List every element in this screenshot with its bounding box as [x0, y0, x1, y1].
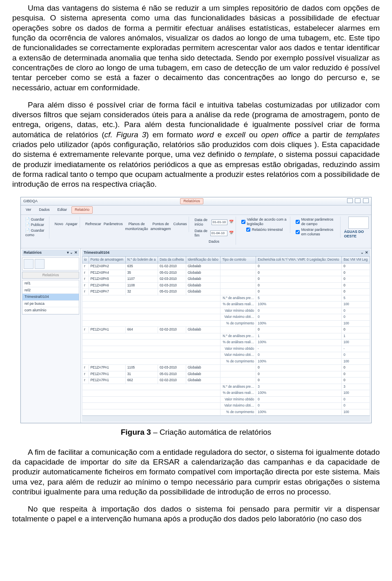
- list-item[interactable]: rel pe busca: [22, 301, 79, 308]
- chk-mostrar-col[interactable]: [296, 230, 300, 234]
- calendar-icon[interactable]: 📅: [229, 220, 234, 225]
- body-paragraph: Uma das vantagens do sistema é não se re…: [12, 3, 380, 93]
- summary-row: Valor mínimo obtido--: [82, 346, 370, 352]
- sidebar-tool-2[interactable]: [35, 259, 45, 269]
- pontos-button[interactable]: Pontos de amostragem: [150, 217, 171, 232]
- text-italic: templates: [346, 130, 380, 139]
- summary-row: N.º de análises pre…11: [82, 333, 370, 340]
- calendar-icon[interactable]: 📅: [229, 231, 234, 236]
- summary-row: % de análises reali…100%100: [82, 340, 370, 346]
- brand-logo: ÁGUAS DO OESTE: [344, 217, 369, 239]
- sidebar-list: rel1 rel2 Trimestral0104 rel pe busca co…: [22, 280, 79, 315]
- menu-relatorio[interactable]: Relatório: [71, 206, 93, 214]
- menu-ver[interactable]: Ver: [22, 206, 35, 214]
- text-italic: template: [244, 150, 274, 159]
- chk-label: Mostrar parâmetros de campo: [301, 217, 339, 227]
- summary-row: N.º de análises pre…33: [82, 384, 370, 390]
- report-table[interactable]: ioPonto de amostragemN.º do boletim de a…: [82, 256, 370, 416]
- chk-rel-trim[interactable]: [246, 228, 250, 232]
- minimize-button[interactable]: [347, 198, 353, 203]
- novo-button[interactable]: Novo: [55, 217, 63, 227]
- col-header[interactable]: Ponto de amostragem: [89, 256, 125, 264]
- summary-row: % de cumprimento100%100: [82, 358, 370, 365]
- table-row[interactable]: rPE1ZA0PA5110702-03-2010Globalab00: [82, 276, 370, 283]
- col-header[interactable]: io: [82, 256, 89, 264]
- sidebar: Relatórios▾ ⌄ ✕ Relatórios rel1 rel2 Tri…: [21, 248, 81, 423]
- summary-row: Valor máximo obti…00: [82, 314, 370, 321]
- table-row[interactable]: rPE1ZA1PA166402-02-2010Globalab00: [82, 327, 370, 333]
- text-run: a partir de: [301, 130, 346, 139]
- grid-title-bar: Trimestral0104⌄ ✕: [82, 250, 370, 256]
- date-start-input[interactable]: 01-01-10: [212, 219, 227, 225]
- ribbon-group-options-2: Mostrar parâmetros de campo Mostrar parâ…: [294, 217, 341, 238]
- col-header[interactable]: Data da colheita: [158, 256, 186, 264]
- table-row[interactable]: rPE1ZA7PA1110502-03-2010Globalab00: [82, 365, 370, 371]
- table-row[interactable]: rPE1ZA0PA73205-01-2010Globalab00: [82, 289, 370, 295]
- sidebar-title: Relatórios▾ ⌄ ✕: [22, 250, 79, 256]
- chk-label: Relatório trimestral: [252, 228, 283, 232]
- pin-icon[interactable]: ▾ ⌄ ✕: [67, 250, 78, 255]
- guardar-button[interactable]: 📄 Guardar: [25, 217, 47, 222]
- guardar-como-button[interactable]: 📄 Guardar como: [25, 228, 47, 238]
- col-header[interactable]: Tipo de controlo: [220, 256, 256, 264]
- chk-validar[interactable]: [241, 220, 245, 224]
- text-italic: excell: [225, 130, 245, 139]
- refrescar-button[interactable]: Refrescar: [85, 217, 101, 232]
- sidebar-tool-1[interactable]: [24, 259, 33, 269]
- publicar-button[interactable]: 📄 Publicar: [25, 223, 47, 228]
- date-end-label: Data de fim: [194, 229, 208, 238]
- table-row[interactable]: rPE1ZA0PA43505-01-2010Globalab00: [82, 270, 370, 276]
- summary-row: Valor máximo obti…00: [82, 352, 370, 359]
- menu-dados[interactable]: Dados: [36, 206, 53, 214]
- chk-label: Mostrar parâmetros em colunas: [301, 228, 339, 237]
- summary-row: % de análises reali…100%100: [82, 390, 370, 397]
- text-run: ) em formato: [146, 130, 197, 139]
- list-item[interactable]: rel2: [22, 287, 79, 294]
- ribbon-group-options: Validar de acordo com a legislação Relat…: [239, 217, 290, 233]
- window-controls: [346, 198, 369, 205]
- close-button[interactable]: [363, 198, 369, 203]
- chk-label: Validar de acordo com a legislação: [247, 217, 288, 227]
- app-window: GIBDQA Relatórios Ver Dados Editar Relat…: [20, 197, 372, 424]
- summary-row: % de cumprimento100%100: [82, 409, 370, 416]
- parametros-button[interactable]: Parâmetros: [104, 217, 123, 232]
- ribbon: 📄 Guardar 📄 Publicar 📄 Guardar como Novo…: [21, 215, 371, 249]
- list-item[interactable]: com alumínio: [22, 307, 79, 314]
- colunas-button[interactable]: Colunas: [173, 217, 187, 232]
- pin-icon[interactable]: ⌄ ✕: [361, 250, 368, 255]
- date-end-input[interactable]: 01-04-10: [210, 230, 227, 236]
- table-row[interactable]: rPE1ZA0PA263501-02-2010Globalab00: [82, 264, 370, 270]
- list-item-selected[interactable]: Trimestral0104: [22, 294, 79, 301]
- table-row[interactable]: rPE1ZA7PA13105-01-2010Globalab00: [82, 371, 370, 378]
- body-paragraph: No que respeita à importação dos dados o…: [12, 504, 380, 524]
- chk-mostrar-campo[interactable]: [296, 220, 300, 224]
- menu-bar: Ver Dados Editar Relatório: [21, 206, 371, 215]
- logo-text: ÁGUAS DO OESTE: [344, 230, 369, 239]
- sidebar-filter-input[interactable]: Relatórios: [22, 272, 79, 279]
- summary-row: Valor mínimo obtido00: [82, 396, 370, 403]
- col-header[interactable]: Escherichia coli N.º/ VMA: VMR: 0 Legisl…: [256, 256, 342, 264]
- content-area: Relatórios▾ ⌄ ✕ Relatórios rel1 rel2 Tri…: [21, 248, 371, 423]
- col-header[interactable]: Bac VM VM Leg: [342, 256, 370, 264]
- list-item[interactable]: rel1: [22, 280, 79, 287]
- figure-3: GIBDQA Relatórios Ver Dados Editar Relat…: [12, 197, 380, 424]
- col-header[interactable]: N.º do boletim de a: [125, 256, 158, 264]
- body-paragraph: A fim de facilitar a comunicação com a e…: [12, 447, 380, 497]
- date-start-label: Data de início: [194, 218, 209, 227]
- text-italic: word: [197, 130, 214, 139]
- menu-editar[interactable]: Editar: [54, 206, 71, 214]
- caption-text: – Criação automática de relatórios: [151, 428, 272, 436]
- table-row[interactable]: rPE1ZA7PA166202-02-2010Globalab00: [82, 378, 370, 384]
- planos-button[interactable]: Planos de monitorização: [125, 217, 148, 232]
- maximize-button[interactable]: [355, 198, 361, 203]
- table-row[interactable]: rPE1ZA0PA6110802-03-2010Globalab00: [82, 282, 370, 289]
- active-tab-chip[interactable]: Relatórios: [180, 198, 203, 205]
- ribbon-group-view: Refrescar Parâmetros Planos de monitoriz…: [83, 217, 189, 232]
- text-italic: open office: [261, 130, 301, 139]
- horizontal-scrollbar[interactable]: [82, 416, 370, 422]
- title-bar: GIBDQA Relatórios: [21, 197, 371, 206]
- summary-row: % de cumprimento100%100: [82, 320, 370, 327]
- col-header[interactable]: Identificação do labo: [186, 256, 220, 264]
- apagar-button[interactable]: Apagar: [66, 217, 78, 227]
- figure-caption: Figura 3 – Criação automática de relatór…: [12, 427, 380, 437]
